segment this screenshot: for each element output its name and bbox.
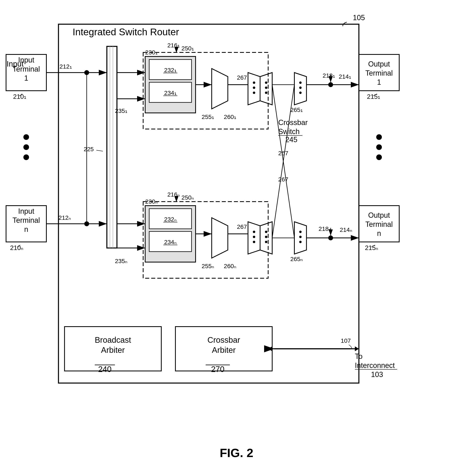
- svg-point-49: [253, 241, 255, 243]
- figure-label: FIG. 2: [220, 446, 253, 460]
- crossbar-arbiter-label: Crossbar: [207, 336, 240, 344]
- svg-text:Terminal: Terminal: [13, 216, 40, 224]
- svg-text:Terminal: Terminal: [13, 65, 40, 73]
- svg-marker-35: [212, 218, 228, 258]
- broadcast-arbiter-label: Broadcast: [95, 336, 131, 344]
- ref-210-1: 210₁: [13, 93, 26, 100]
- ref-107: 107: [341, 337, 351, 344]
- ref-270: 270: [211, 365, 225, 374]
- svg-text:n: n: [377, 229, 381, 238]
- ref-103: 103: [371, 370, 383, 379]
- svg-point-88: [376, 144, 382, 150]
- ref-232-n: 232ₙ: [164, 216, 177, 222]
- svg-point-47: [253, 231, 255, 233]
- ref-234-n: 234ₙ: [164, 239, 177, 245]
- svg-marker-34: [212, 68, 228, 109]
- ref-216-n: 216ₙ: [167, 191, 180, 198]
- svg-text:Arbiter: Arbiter: [212, 346, 236, 355]
- ref-267-2: 267: [278, 150, 288, 156]
- svg-point-66: [299, 236, 302, 238]
- svg-text:1: 1: [24, 74, 28, 82]
- svg-text:1: 1: [377, 78, 381, 86]
- ref-218-n: 218ₙ: [319, 225, 331, 232]
- svg-marker-105: [268, 346, 272, 351]
- svg-point-85: [23, 144, 29, 150]
- ref-214-n: 214ₙ: [340, 226, 352, 233]
- ref-267-4: 267: [237, 223, 247, 230]
- svg-point-39: [253, 82, 255, 84]
- ref-240: 240: [98, 365, 112, 374]
- svg-point-89: [376, 154, 382, 160]
- page: Integrated Switch Router 105 Input Input…: [0, 0, 473, 476]
- svg-text:Input: Input: [18, 56, 34, 64]
- svg-point-41: [253, 92, 255, 94]
- svg-text:Switch: Switch: [278, 127, 300, 136]
- ref-232-1: 232₁: [164, 67, 177, 73]
- ref-250-1: 250₁: [182, 45, 194, 51]
- svg-text:n: n: [24, 225, 28, 234]
- ref-267-3: 267: [278, 176, 288, 183]
- ref-265-1: 265₁: [290, 106, 303, 113]
- crossbar-switch-label: Crossbar: [278, 118, 308, 127]
- svg-text:Terminal: Terminal: [365, 69, 393, 77]
- svg-point-63: [299, 92, 302, 94]
- svg-point-84: [23, 134, 29, 140]
- svg-point-61: [299, 82, 302, 84]
- svg-text:Arbiter: Arbiter: [101, 346, 125, 355]
- ref-225: 225: [84, 146, 94, 153]
- ref-265-n: 265ₙ: [290, 256, 303, 262]
- to-interconnect-label: To: [355, 352, 363, 360]
- svg-text:Terminal: Terminal: [365, 220, 393, 228]
- ref-210-n: 210ₙ: [10, 244, 23, 251]
- ref-234-1: 234₁: [164, 89, 177, 96]
- svg-marker-104: [355, 346, 359, 351]
- ref-212-1: 212₁: [59, 63, 72, 70]
- ref-218-1: 218₁: [322, 72, 335, 79]
- ref-215-n: 215ₙ: [365, 244, 378, 251]
- svg-point-62: [299, 86, 302, 89]
- ref-212-n: 212ₙ: [58, 214, 71, 221]
- diagram-svg: Integrated Switch Router 105 Input Input…: [0, 0, 473, 476]
- ref-250-n: 250ₙ: [182, 194, 194, 201]
- ref-105: 105: [353, 14, 365, 22]
- ref-216-1: 216₁: [167, 42, 180, 49]
- ref-267-1: 267: [237, 74, 247, 81]
- svg-rect-15: [107, 46, 117, 248]
- svg-point-86: [23, 154, 29, 160]
- ref-214-1: 214₁: [339, 73, 351, 80]
- main-box-title: Integrated Switch Router: [73, 27, 179, 37]
- svg-text:Output: Output: [368, 60, 390, 68]
- ref-215-1: 215₁: [367, 93, 380, 100]
- ref-255-1: 255₁: [202, 114, 214, 120]
- svg-point-52: [265, 236, 267, 238]
- svg-point-87: [376, 134, 382, 140]
- ref-255-n: 255ₙ: [202, 263, 214, 269]
- svg-point-67: [299, 241, 302, 243]
- ref-235-n: 235ₙ: [115, 258, 127, 264]
- ref-235-1: 235₁: [115, 107, 127, 114]
- svg-point-65: [299, 231, 302, 233]
- svg-rect-0: [58, 24, 359, 383]
- ref-260-1: 260₁: [224, 114, 236, 120]
- svg-text:Interconnect: Interconnect: [355, 361, 395, 370]
- svg-point-51: [265, 231, 267, 233]
- svg-point-53: [265, 241, 267, 243]
- svg-point-48: [253, 236, 255, 238]
- ref-260-n: 260ₙ: [224, 263, 236, 269]
- svg-text:Input: Input: [18, 207, 34, 215]
- svg-point-43: [265, 82, 267, 84]
- svg-point-45: [265, 92, 267, 94]
- svg-point-44: [265, 86, 267, 89]
- svg-text:Output: Output: [368, 211, 390, 219]
- svg-point-40: [253, 86, 255, 89]
